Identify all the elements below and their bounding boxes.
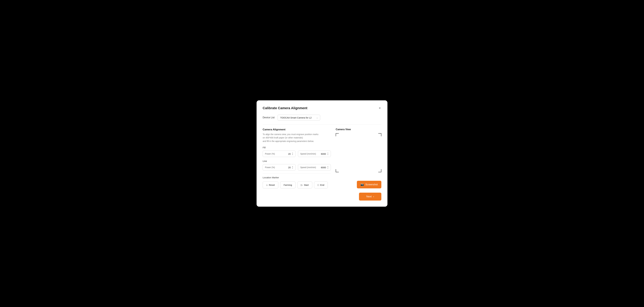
line-power-down[interactable]: ▼	[292, 167, 293, 169]
camera-view-label: Camera View	[336, 128, 381, 131]
fill-power-up[interactable]: ▲	[292, 152, 293, 154]
fill-param-row: Power (%) 20 ▲ ▼ Speed (mm/min) 600	[263, 151, 331, 157]
line-label: Line	[263, 160, 331, 162]
next-button[interactable]: Next ›	[359, 193, 381, 201]
fill-speed-right: 6000 ▲ ▼	[321, 152, 328, 155]
fill-speed-down[interactable]: ▼	[327, 154, 328, 155]
close-button[interactable]: ×	[378, 106, 381, 110]
line-speed-up[interactable]: ▲	[327, 166, 328, 167]
line-power-spinner[interactable]: ▲ ▼	[292, 166, 293, 169]
content-grid: Camera Alignment To align the camera vie…	[263, 128, 381, 188]
fill-speed-label: Speed (mm/min)	[300, 153, 316, 155]
corner-top-right	[378, 133, 381, 136]
line-speed-right: 6000 ▲ ▼	[321, 166, 328, 169]
fill-power-right: 20 ▲ ▼	[288, 152, 293, 155]
line-power-value: 20	[288, 166, 291, 169]
home-icon: ⌂	[266, 184, 268, 186]
device-row: Device List TOOCAA Smart Camera for L2 ⌄	[263, 115, 381, 121]
fill-speed-spinner[interactable]: ▲ ▼	[327, 152, 328, 155]
fill-power-field: Power (%) 20 ▲ ▼	[263, 151, 296, 157]
line-speed-label: Speed (mm/min)	[300, 166, 316, 169]
reset-button[interactable]: ⌂ Reset	[263, 181, 278, 188]
footer-row: Next ›	[263, 193, 381, 201]
corner-bottom-left	[336, 169, 339, 172]
line-power-right: 20 ▲ ▼	[288, 166, 293, 169]
right-panel: Camera View 📷 Screenshot	[336, 128, 381, 188]
end-button[interactable]: □ End	[314, 181, 328, 188]
fill-speed-field: Speed (mm/min) 6000 ▲ ▼	[298, 151, 331, 157]
camera-frame	[336, 133, 381, 178]
action-buttons: ⌂ Reset Farming ▷ Start □ End	[263, 181, 331, 188]
left-panel: Camera Alignment To align the camera vie…	[263, 128, 331, 188]
fill-speed-value: 6000	[321, 153, 326, 155]
line-speed-value: 6000	[321, 166, 326, 169]
line-power-up[interactable]: ▲	[292, 166, 293, 167]
location-marker-label: Location Marker	[263, 176, 331, 179]
camera-icon: 📷	[360, 183, 364, 186]
device-select-wrapper: TOOCAA Smart Camera for L2 ⌄	[278, 115, 320, 121]
fill-speed-up[interactable]: ▲	[327, 152, 328, 154]
line-speed-down[interactable]: ▼	[327, 167, 328, 169]
fill-power-value: 20	[288, 153, 291, 155]
modal-title: Calibrate Camera Alignment	[263, 106, 308, 110]
line-speed-spinner[interactable]: ▲ ▼	[327, 166, 328, 169]
screenshot-button[interactable]: 📷 Screenshot	[357, 181, 381, 188]
start-button[interactable]: ▷ Start	[297, 181, 312, 188]
line-param-row: Power (%) 20 ▲ ▼ Speed (mm/min) 600	[263, 164, 331, 171]
camera-alignment-description: To align the camera view, you must engra…	[263, 133, 331, 143]
device-list-label: Device List	[263, 116, 274, 119]
device-select[interactable]: TOOCAA Smart Camera for L2	[278, 115, 320, 121]
fill-power-down[interactable]: ▼	[292, 154, 293, 155]
calibrate-camera-modal: Calibrate Camera Alignment × Device List…	[256, 100, 388, 207]
corner-top-left	[336, 133, 339, 136]
fill-power-label: Power (%)	[265, 153, 275, 155]
corner-bottom-right	[378, 169, 381, 172]
stop-icon: □	[318, 184, 319, 186]
modal-header: Calibrate Camera Alignment ×	[263, 106, 381, 110]
next-arrow-icon: ›	[373, 195, 374, 198]
farming-button[interactable]: Farming	[280, 181, 296, 188]
line-power-label: Power (%)	[265, 166, 275, 169]
line-power-field: Power (%) 20 ▲ ▼	[263, 164, 296, 171]
line-speed-field: Speed (mm/min) 6000 ▲ ▼	[298, 164, 331, 171]
fill-power-spinner[interactable]: ▲ ▼	[292, 152, 293, 155]
fill-label: Fill	[263, 146, 331, 149]
camera-alignment-title: Camera Alignment	[263, 128, 331, 131]
play-icon: ▷	[301, 183, 303, 186]
